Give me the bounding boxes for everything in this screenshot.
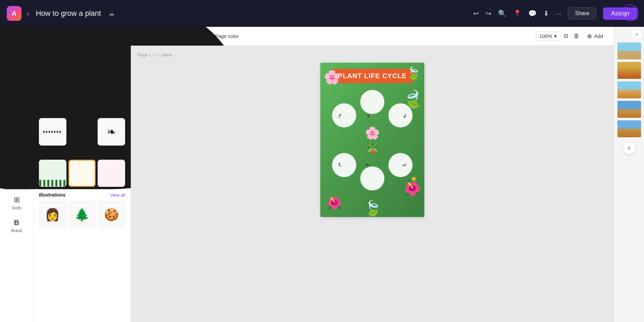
location-button[interactable]: 📍 [513, 9, 522, 17]
assign-button[interactable]: Assign [603, 7, 637, 20]
brushes-grid [39, 81, 125, 104]
document-title: How to grow a plant [36, 9, 101, 18]
topbar: A ‹ How to grow a plant ☁ ↩ ↪ 🔍 📍 💬 ⬇ ··… [0, 0, 644, 27]
canvas-area: Page 1 / 1 - Value 🌸 🍃 🍃 🌺 [131, 46, 614, 322]
app-logo: A [7, 6, 21, 21]
thumbnail-4[interactable] [617, 101, 641, 118]
illustrations-section-header: Illustrations View all [39, 192, 125, 198]
more-button[interactable]: ··· [556, 10, 561, 17]
thumbnail-2[interactable] [617, 62, 641, 79]
sidebar-item-grids[interactable]: ⊞ Grids [2, 192, 32, 214]
sidebar-item-brand-label: Brand [11, 228, 22, 233]
download-button[interactable]: ⬇ [543, 9, 549, 17]
search-button[interactable]: 🔍 [498, 9, 506, 17]
plant-diagram: 🌸 🍃 🍃 🌺 🌺 🍃 ★ [320, 63, 424, 217]
frames-grid [39, 160, 125, 187]
collapse-button[interactable]: ∧ [631, 30, 642, 39]
illustrations-title: Illustrations [39, 192, 65, 198]
sidebar-item-grids-label: Grids [12, 206, 21, 210]
element-item[interactable] [98, 118, 125, 146]
brand-icon: B [14, 218, 19, 227]
elements-panel: Elements × Design assets Backgrounds Sha… [34, 27, 131, 322]
element-item[interactable] [39, 118, 66, 146]
thumbnail-5[interactable] [617, 120, 641, 138]
zoom-control[interactable]: 100% ▾ [536, 32, 560, 41]
thumbnail-3[interactable] [617, 81, 641, 99]
canvas-document[interactable]: 🌸 🍃 🍃 🌺 🌺 🍃 ★ [320, 63, 424, 217]
pages-button[interactable]: ⧉ [562, 31, 570, 42]
add-label: Add [594, 33, 603, 39]
zoom-dropdown-icon: ▾ [554, 33, 557, 39]
thumbnail-1[interactable] [617, 42, 641, 60]
illustrations-grid [39, 201, 125, 228]
right-panel: ∧ × [614, 27, 644, 322]
delete-button[interactable]: 🗑 [572, 31, 582, 42]
illustrations-section: Illustrations View all [34, 192, 130, 234]
close-panel-button[interactable]: × [623, 142, 635, 154]
illustration-item[interactable] [39, 201, 66, 228]
sidebar-item-brand[interactable]: B Brand [2, 215, 32, 236]
zoom-level: 100% [539, 33, 552, 39]
undo-button[interactable]: ↩ [473, 9, 479, 17]
illustration-item[interactable] [98, 201, 125, 228]
comments-button[interactable]: 💬 [528, 9, 537, 17]
grids-icon: ⊞ [14, 196, 20, 204]
plant-title: Plant Life Cycle [338, 72, 407, 79]
add-icon: ⊕ [587, 33, 592, 40]
topbar-actions: ↩ ↪ 🔍 📍 💬 ⬇ ··· Share Assign [473, 7, 637, 20]
page-color-label: Page color [215, 33, 239, 39]
redo-button[interactable]: ↪ [486, 9, 491, 17]
brush-item[interactable] [98, 81, 125, 104]
share-button[interactable]: Share [568, 7, 596, 19]
plant-title-box: Plant Life Cycle [331, 69, 414, 83]
main-content: 🔍 Search 📦 Your stuff ⬆ Upload 🗂 Templat… [0, 27, 644, 322]
brushes-section: Brushes View all [34, 72, 130, 109]
add-button[interactable]: ⊕ Add [583, 31, 607, 42]
back-button[interactable]: ‹ [27, 10, 29, 17]
frame-item[interactable] [98, 160, 125, 187]
cloud-icon: ☁ [108, 10, 114, 17]
frame-item[interactable] [68, 160, 96, 187]
illustrations-view-all[interactable]: View all [110, 193, 125, 198]
illustration-item[interactable] [68, 201, 96, 228]
frame-item[interactable] [39, 160, 66, 187]
page-label: Page 1 / 1 - Value [138, 52, 172, 57]
